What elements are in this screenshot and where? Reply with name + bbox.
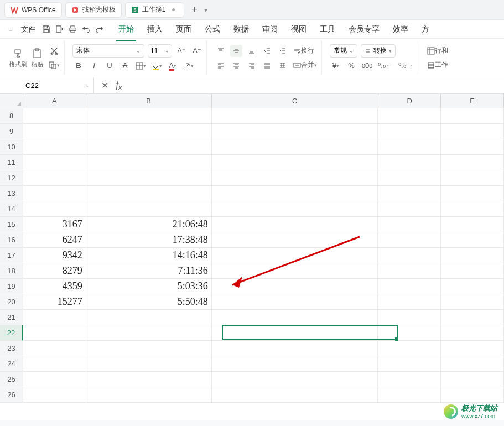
cell-C26[interactable] [212,387,378,403]
row-header-15[interactable]: 15 [0,217,23,232]
row-header-19[interactable]: 19 [0,279,23,294]
font-name-select[interactable]: 宋体⌄ [72,44,144,58]
cell-A13[interactable] [23,186,86,201]
font-size-select[interactable]: 11⌄ [148,44,172,58]
cell-A23[interactable] [23,341,86,356]
cell-C21[interactable] [212,310,378,325]
cell-E20[interactable] [441,294,504,310]
menu-icon[interactable]: ≡ [6,24,15,34]
file-menu[interactable]: 文件 [19,22,38,37]
cell-B24[interactable] [86,356,212,372]
column-header-E[interactable]: E [441,94,504,108]
cell-C14[interactable] [212,201,378,217]
cell-B13[interactable] [86,186,212,201]
distribute-icon[interactable] [277,59,289,71]
select-all-corner[interactable] [0,94,23,108]
cell-E11[interactable] [441,155,504,170]
cell-B18[interactable]: 7:11:36 [86,263,212,279]
tab-wps-home[interactable]: WPS Office [4,2,62,18]
cell-B22[interactable] [86,325,212,341]
ribbon-tab-view[interactable]: 视图 [289,21,309,38]
cell-B16[interactable]: 17:38:48 [86,232,212,248]
cell-C17[interactable] [212,248,378,263]
cell-D19[interactable] [378,279,441,294]
convert-button[interactable]: 转换▾ [361,44,396,58]
cells-area[interactable]: 316721:06:48624717:38:48934214:16:488279… [23,108,504,403]
print-icon[interactable] [67,24,77,34]
row-header-16[interactable]: 16 [0,232,23,248]
cell-C22[interactable] [212,325,378,341]
cell-A17[interactable]: 9342 [23,248,86,263]
row-header-13[interactable]: 13 [0,186,23,201]
rows-cols-button[interactable]: 行和 [426,45,449,57]
tab-overflow-button[interactable]: ▾ [204,6,213,14]
decrease-indent-icon[interactable] [261,45,273,57]
cell-D12[interactable] [378,170,441,186]
cell-A8[interactable] [23,108,86,124]
cell-C8[interactable] [212,108,378,124]
export-icon[interactable] [54,24,64,34]
cell-C9[interactable] [212,124,378,139]
cell-C15[interactable] [212,217,378,232]
formula-input[interactable] [128,81,498,90]
column-header-B[interactable]: B [86,94,212,108]
copy-icon[interactable]: ▾ [47,59,61,71]
cell-A9[interactable] [23,124,86,139]
ribbon-tab-tools[interactable]: 工具 [318,21,337,38]
row-header-9[interactable]: 9 [0,124,23,139]
cell-A25[interactable] [23,372,86,387]
increase-indent-icon[interactable] [277,45,289,57]
cell-A15[interactable]: 3167 [23,217,86,232]
undo-icon[interactable] [81,24,91,34]
cell-D13[interactable] [378,186,441,201]
increase-font-icon[interactable]: A⁺ [175,45,188,57]
cell-E10[interactable] [441,139,504,155]
chevron-down-icon[interactable]: ⌄ [85,83,89,89]
cell-B20[interactable]: 5:50:48 [86,294,212,310]
align-top-icon[interactable] [215,45,227,57]
cell-B19[interactable]: 5:03:36 [86,279,212,294]
ribbon-tab-page[interactable]: 页面 [174,21,194,38]
cell-C12[interactable] [212,170,378,186]
cell-D15[interactable] [378,217,441,232]
redo-icon[interactable] [94,24,104,34]
cell-B21[interactable] [86,310,212,325]
align-right-icon[interactable] [246,59,258,71]
cell-A14[interactable] [23,201,86,217]
cell-D23[interactable] [378,341,441,356]
column-header-A[interactable]: A [23,94,86,108]
cell-B12[interactable] [86,170,212,186]
cell-D21[interactable] [378,310,441,325]
cell-E24[interactable] [441,356,504,372]
row-header-21[interactable]: 21 [0,310,23,325]
row-header-25[interactable]: 25 [0,372,23,387]
cell-D10[interactable] [378,139,441,155]
row-header-17[interactable]: 17 [0,248,23,263]
cell-B14[interactable] [86,201,212,217]
cell-B26[interactable] [86,387,212,403]
cell-B25[interactable] [86,372,212,387]
cell-E23[interactable] [441,341,504,356]
cell-E8[interactable] [441,108,504,124]
underline-icon[interactable]: U [103,60,116,72]
merge-cells-button[interactable]: 合并▾ [292,59,318,71]
cell-C25[interactable] [212,372,378,387]
font-color-icon[interactable]: A▾ [167,60,179,72]
bold-icon[interactable]: B [72,60,85,72]
cell-E19[interactable] [441,279,504,294]
align-left-icon[interactable] [215,59,227,71]
ribbon-tab-insert[interactable]: 插入 [145,21,165,38]
cell-D18[interactable] [378,263,441,279]
decrease-decimal-icon[interactable]: ⁰.₀← [377,60,394,72]
align-justify-icon[interactable] [261,59,273,71]
ribbon-tab-formula[interactable]: 公式 [202,21,222,38]
cell-E25[interactable] [441,372,504,387]
row-header-23[interactable]: 23 [0,341,23,356]
cell-E15[interactable] [441,217,504,232]
cell-B10[interactable] [86,139,212,155]
tab-workbook[interactable]: S 工作簿1 [125,2,185,18]
cell-A16[interactable]: 6247 [23,232,86,248]
increase-decimal-icon[interactable]: ⁰.₀→ [397,60,414,72]
row-header-26[interactable]: 26 [0,387,23,403]
cell-C20[interactable] [212,294,378,310]
